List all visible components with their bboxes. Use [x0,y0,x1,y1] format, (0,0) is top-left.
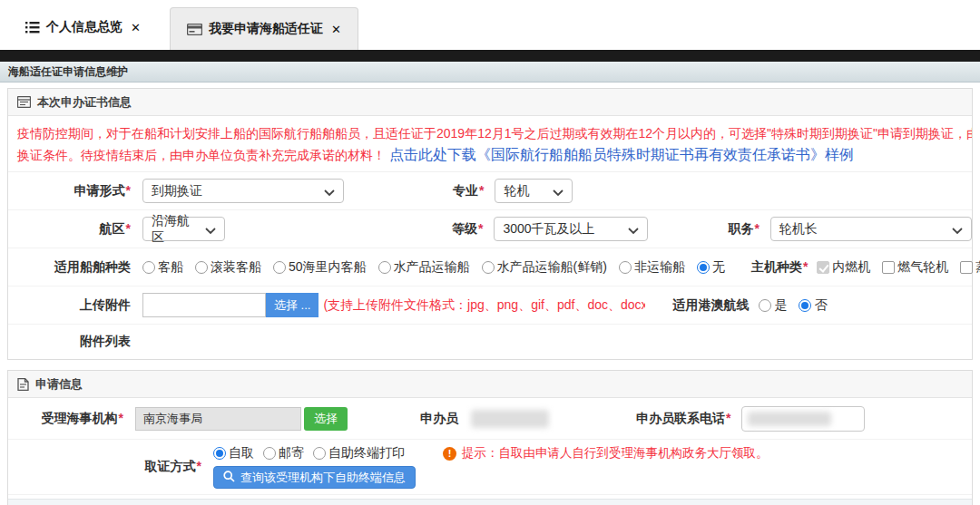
tab-label: 个人信息总览 [46,19,122,35]
upload-file-input[interactable] [142,293,266,317]
engine-type-label: 主机种类 [751,259,802,274]
card-grid-icon [17,96,31,108]
close-icon[interactable]: ✕ [131,21,141,34]
certificate-panel-header: 本次申办证书信息 [8,89,972,116]
agent-phone-redacted [748,412,831,426]
radio-ship-type[interactable]: 水产品运输船(鲜销) [482,259,607,276]
checkbox-engine-steam-turbine[interactable]: 蒸汽轮机 [960,259,980,276]
nav-area-label: 航区 [100,221,125,236]
chevron-down-icon [198,222,216,237]
accepting-org-input: 南京海事局 [135,407,301,431]
checkbox-engine-diesel: 内燃机 [817,259,870,276]
search-icon [223,471,235,485]
page-title: 海船适任证申请信息维护 [0,62,980,83]
radio-icon [378,261,391,274]
pickup-tip: ! 提示：自取由申请人自行到受理海事机构政务大厅领取。 [443,445,769,461]
list-icon [25,21,40,34]
checkbox-icon [960,261,973,274]
hk-macau-label: 适用港澳航线 [672,297,749,312]
upload-label: 上传附件 [80,297,131,312]
upload-format-hint: (支持上传附件文件格式：jpg、png、gif、pdf、doc、docx，最大上 [323,297,645,314]
chevron-down-icon [621,222,639,237]
form-row: 取证方式* 自取 邮寄 自助终端打印 ! 提示：自取由申请人自行到受理海事机构政… [8,440,972,495]
radio-icon [482,261,495,274]
radio-icon [697,261,710,274]
radio-pickup-terminal[interactable]: 自助终端打印 [313,445,405,461]
radio-pickup-mail[interactable]: 邮寄 [263,445,304,461]
radio-icon [273,261,286,274]
agent-name-redacted [471,410,549,428]
grade-select[interactable]: 3000千瓦及以上 [494,217,648,241]
next-row-cutoff [8,499,972,505]
form-row: 申请形式* 到期换证 专业* 轮机 [8,172,972,210]
grade-label: 等级 [452,221,477,236]
radio-icon [263,447,276,460]
top-divider-bar [0,50,980,62]
form-row: 附件列表 [8,325,972,359]
agent-phone-label: 申办员联系电话 [636,411,725,425]
position-select[interactable]: 轮机长 [770,217,972,241]
document-icon [17,378,29,391]
radio-ship-type[interactable]: 50海里内客船 [273,259,367,276]
card-icon [187,24,202,35]
tab-label: 我要申请海船适任证 [209,21,323,37]
radio-icon [142,261,155,274]
org-select-button[interactable]: 选择 [304,407,348,431]
tab-bar: 个人信息总览 ✕ 我要申请海船适任证 ✕ [0,0,980,50]
notice-text-line2: 换证条件。待疫情结束后，由申办单位负责补充完成承诺的材料！ [17,148,386,162]
tab-personal-info[interactable]: 个人信息总览 ✕ [13,10,153,50]
nav-area-select[interactable]: 沿海航区 [142,217,225,241]
certificate-info-panel: 本次申办证书信息 疫情防控期间，对于在船和计划安排上船的国际航行船舶船员，且适任… [7,88,973,360]
tab-apply-certificate[interactable]: 我要申请海船适任证 ✕ [170,7,358,50]
radio-icon [799,299,811,312]
panel-title: 本次申办证书信息 [37,94,132,111]
major-label: 专业 [453,183,478,198]
radio-icon [213,447,226,460]
accepting-org-label: 受理海事机构 [42,411,118,425]
radio-ship-type[interactable]: 非运输船 [619,259,685,276]
radio-icon [759,299,771,312]
checkbox-icon [817,261,829,274]
form-row: 受理海事机构* 南京海事局 选择 申办员 申办员联系电话* [8,398,972,440]
upload-select-button[interactable]: 选择 ... [266,293,318,317]
attachment-list-label: 附件列表 [80,334,131,348]
alert-icon: ! [443,447,456,461]
position-label: 职务 [728,221,753,236]
radio-ship-type[interactable]: 滚装客船 [195,259,261,276]
radio-ship-type[interactable]: 水产品运输船 [378,259,470,276]
radio-icon [195,261,208,274]
radio-hk-macau-no-selected[interactable]: 否 [799,297,827,314]
notice-text-line1: 疫情防控期间，对于在船和计划安排上船的国际航行船舶船员，且适任证于2019年12… [17,126,972,141]
query-terminal-button[interactable]: 查询该受理机构下自助终端信息 [213,466,416,489]
chevron-down-icon [317,184,335,199]
close-icon[interactable]: ✕ [331,23,341,36]
form-row: 适用船舶种类 客船 滚装客船 50海里内客船 水产品运输船 水产品运输船(鲜销)… [8,248,972,286]
apply-form-select[interactable]: 到期换证 [142,179,344,203]
sample-download-link[interactable]: 点击此处下载《国际航行船舶船员特殊时期证书再有效责任承诺书》样例 [389,147,854,162]
form-row: 航区* 沿海航区 等级* 3000千瓦及以上 职务* 轮机长 [8,210,972,248]
apply-panel-header: 申请信息 [8,371,972,398]
chevron-down-icon [545,184,564,199]
covid-notice: 疫情防控期间，对于在船和计划安排上船的国际航行船舶船员，且适任证于2019年12… [8,116,972,172]
apply-info-panel: 申请信息 受理海事机构* 南京海事局 选择 申办员 申办员联系电话* 取证方式*… [7,370,973,505]
pickup-tip-text: 提示：自取由申请人自行到受理海事机构政务大厅领取。 [462,445,769,461]
panel-title: 申请信息 [35,376,83,393]
radio-pickup-self-selected[interactable]: 自取 [213,445,254,461]
radio-ship-type-selected[interactable]: 无 [697,259,725,276]
pickup-method-label: 取证方式 [145,459,196,473]
required-marker: * [126,183,131,198]
form-row: 上传附件 选择 ... (支持上传附件文件格式：jpg、png、gif、pdf、… [8,286,972,325]
ship-type-label: 适用船舶种类 [54,259,131,274]
radio-icon [313,447,326,460]
agent-label: 申办员 [420,411,458,425]
radio-hk-macau-yes[interactable]: 是 [759,297,787,314]
radio-icon [619,261,632,274]
checkbox-icon [882,261,895,274]
agent-phone-input[interactable] [741,406,865,432]
checkbox-engine-gas-turbine[interactable]: 燃气轮机 [882,259,948,276]
major-select[interactable]: 轮机 [495,179,573,203]
apply-form-label: 申请形式 [74,183,125,198]
radio-ship-type[interactable]: 客船 [142,259,183,276]
chevron-down-icon [945,222,963,237]
